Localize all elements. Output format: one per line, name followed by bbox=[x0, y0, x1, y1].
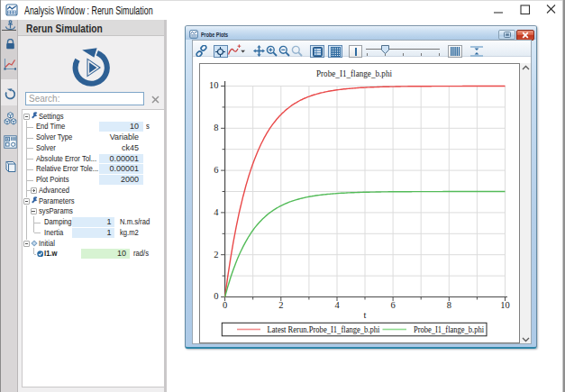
svg-text:2: 2 bbox=[214, 250, 218, 260]
svg-text:8: 8 bbox=[214, 123, 218, 132]
svg-text:10: 10 bbox=[209, 80, 219, 90]
svg-text:0: 0 bbox=[214, 291, 218, 301]
svg-text:t: t bbox=[364, 310, 367, 320]
svg-text:Probe_I1_flange_b.phi: Probe_I1_flange_b.phi bbox=[414, 324, 484, 334]
svg-text:10: 10 bbox=[500, 300, 510, 310]
svg-text:0: 0 bbox=[223, 300, 227, 310]
svg-text:4: 4 bbox=[214, 207, 219, 217]
svg-text:6: 6 bbox=[390, 300, 395, 310]
svg-text:2: 2 bbox=[278, 300, 283, 310]
svg-text:Probe_I1_flange_b.phi: Probe_I1_flange_b.phi bbox=[316, 68, 392, 78]
svg-text:6: 6 bbox=[214, 165, 218, 175]
svg-text:4: 4 bbox=[334, 300, 340, 310]
svg-text:8: 8 bbox=[447, 300, 451, 310]
svg-text:Latest Rerun.Probe_I1_flange_b: Latest Rerun.Probe_I1_flange_b.phi bbox=[268, 324, 380, 334]
